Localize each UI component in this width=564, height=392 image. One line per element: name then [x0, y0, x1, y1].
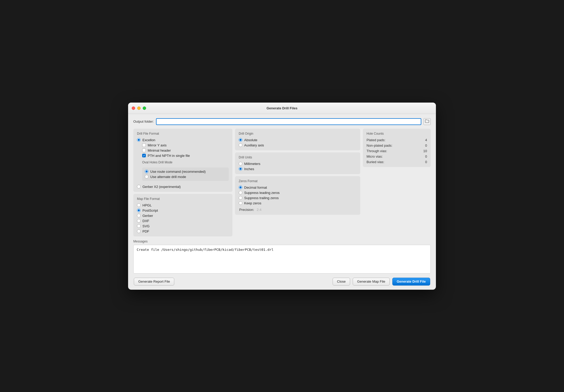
- postscript-option[interactable]: PostScript: [137, 209, 229, 212]
- precision-label: Precision:: [239, 208, 254, 212]
- drill-origin-options: Absolute Auxiliary axis: [239, 138, 357, 147]
- close-button[interactable]: [132, 106, 135, 110]
- pdf-option[interactable]: PDF: [137, 229, 229, 233]
- micro-vias-row: Micro vias: 0: [367, 155, 427, 158]
- mirror-y-checkbox[interactable]: [142, 143, 146, 147]
- suppress-leading-label: Suppress leading zeros: [244, 191, 280, 195]
- use-alternate-label: Use alternate drill mode: [150, 175, 186, 179]
- gerber-option[interactable]: Gerber: [137, 214, 229, 218]
- excellon-radio[interactable]: [137, 138, 141, 142]
- main-window: Generate Drill Files Output folder: Dril…: [128, 103, 436, 290]
- decimal-format-option[interactable]: Decimal format: [239, 186, 357, 189]
- main-grid: Drill File Format Excellon Mirror Y axis: [133, 129, 431, 236]
- suppress-trailing-radio[interactable]: [239, 196, 242, 200]
- suppress-leading-option[interactable]: Suppress leading zeros: [239, 191, 357, 195]
- pth-npth-checkbox[interactable]: [142, 154, 146, 157]
- hole-counts-title: Hole Counts: [367, 132, 427, 135]
- absolute-radio[interactable]: [239, 138, 242, 142]
- generate-drill-button[interactable]: Generate Drill File: [392, 278, 430, 286]
- absolute-label: Absolute: [244, 138, 257, 142]
- dxf-option[interactable]: DXF: [137, 219, 229, 223]
- map-file-format-title: Map File Format: [137, 197, 229, 201]
- minimal-header-checkbox[interactable]: [142, 149, 146, 152]
- dxf-label: DXF: [142, 219, 149, 223]
- drill-origin-title: Drill Origin: [239, 132, 357, 135]
- footer-right: Close Generate Map File Generate Drill F…: [333, 278, 430, 286]
- minimize-button[interactable]: [137, 106, 141, 110]
- use-route-option[interactable]: Use route command (recommended): [145, 170, 226, 174]
- hpgl-radio[interactable]: [137, 203, 141, 207]
- zeros-format-panel: Zeros Format Decimal format Suppress lea…: [235, 176, 360, 215]
- folder-icon: [425, 119, 429, 124]
- oval-holes-panel: Use route command (recommended) Use alte…: [142, 168, 229, 181]
- generate-report-button[interactable]: Generate Report File: [134, 278, 174, 286]
- minimal-header-label: Minimal header: [148, 149, 171, 152]
- auxiliary-label: Auxiliary axis: [244, 143, 264, 147]
- use-alternate-option[interactable]: Use alternate drill mode: [145, 175, 226, 179]
- gerber-radio[interactable]: [137, 214, 141, 217]
- postscript-label: PostScript: [142, 209, 158, 212]
- svg-option[interactable]: SVG: [137, 224, 229, 228]
- close-button[interactable]: Close: [333, 278, 350, 286]
- auxiliary-option[interactable]: Auxiliary axis: [239, 143, 357, 147]
- inches-option[interactable]: Inches: [239, 167, 357, 171]
- browse-folder-button[interactable]: [423, 118, 431, 125]
- zeros-format-options: Decimal format Suppress leading zeros Su…: [239, 186, 357, 205]
- mirror-y-option[interactable]: Mirror Y axis: [137, 143, 229, 147]
- traffic-lights: [132, 106, 146, 110]
- through-vias-value: 10: [423, 149, 427, 153]
- micro-vias-value: 0: [425, 155, 427, 158]
- minimal-header-option[interactable]: Minimal header: [137, 149, 229, 152]
- buried-vias-label: Buried vias:: [367, 160, 384, 164]
- generate-drill-label: Generate Drill File: [397, 280, 426, 283]
- decimal-format-radio[interactable]: [239, 186, 242, 189]
- suppress-trailing-label: Suppress trailing zeros: [244, 196, 279, 200]
- dxf-radio[interactable]: [137, 219, 141, 223]
- auxiliary-radio[interactable]: [239, 143, 242, 147]
- keep-zeros-label: Keep zeros: [244, 201, 261, 205]
- drill-units-panel: Drill Units Millimeters Inches: [235, 152, 360, 174]
- window-title: Generate Drill Files: [267, 106, 298, 110]
- close-label: Close: [337, 280, 346, 283]
- precision-row: Precision: 2:4: [239, 208, 357, 212]
- absolute-option[interactable]: Absolute: [239, 138, 357, 142]
- millimeters-radio[interactable]: [239, 162, 242, 165]
- pth-npth-option[interactable]: PTH and NPTH in single file: [137, 154, 229, 158]
- generate-map-label: Generate Map File: [357, 280, 385, 283]
- output-folder-input[interactable]: [156, 118, 421, 125]
- titlebar: Generate Drill Files: [128, 103, 436, 114]
- pdf-radio[interactable]: [137, 229, 141, 233]
- buried-vias-row: Buried vias: 0: [367, 160, 427, 164]
- messages-box: Create file /Users/shingo/github/fiberPC…: [133, 245, 431, 274]
- keep-zeros-option[interactable]: Keep zeros: [239, 201, 357, 205]
- gerber-x2-option[interactable]: Gerber X2 (experimental): [137, 185, 229, 189]
- dialog-content: Output folder: Drill File Format: [128, 114, 436, 290]
- hpgl-option[interactable]: HPGL: [137, 203, 229, 207]
- suppress-trailing-option[interactable]: Suppress trailing zeros: [239, 196, 357, 200]
- inches-radio[interactable]: [239, 167, 242, 171]
- middle-column: Drill Origin Absolute Auxiliary axis: [235, 129, 360, 236]
- precision-value: 2:4: [257, 208, 261, 212]
- suppress-leading-radio[interactable]: [239, 191, 242, 194]
- messages-content: Create file /Users/shingo/github/fiberPC…: [137, 248, 273, 252]
- svg-radio[interactable]: [137, 224, 141, 228]
- output-folder-row: Output folder:: [133, 118, 431, 125]
- inches-label: Inches: [244, 167, 254, 171]
- generate-map-button[interactable]: Generate Map File: [353, 278, 390, 286]
- maximize-button[interactable]: [143, 106, 146, 110]
- right-column: Hole Counts Plated pads: 4 Non-plated pa…: [363, 129, 431, 236]
- keep-zeros-radio[interactable]: [239, 201, 242, 205]
- map-file-format-panel: Map File Format HPGL PostScript Gerbe: [133, 194, 232, 236]
- use-route-radio[interactable]: [145, 170, 148, 173]
- use-alternate-radio[interactable]: [145, 175, 148, 179]
- millimeters-label: Millimeters: [244, 162, 260, 166]
- excellon-option[interactable]: Excellon: [137, 138, 229, 142]
- output-folder-label: Output folder:: [133, 120, 154, 123]
- millimeters-option[interactable]: Millimeters: [239, 162, 357, 166]
- postscript-radio[interactable]: [137, 209, 141, 212]
- non-plated-pads-value: 0: [425, 144, 427, 147]
- through-vias-label: Through vias:: [367, 149, 387, 153]
- gerber-x2-radio[interactable]: [137, 185, 141, 188]
- drill-origin-panel: Drill Origin Absolute Auxiliary axis: [235, 129, 360, 150]
- use-route-label: Use route command (recommended): [150, 170, 206, 174]
